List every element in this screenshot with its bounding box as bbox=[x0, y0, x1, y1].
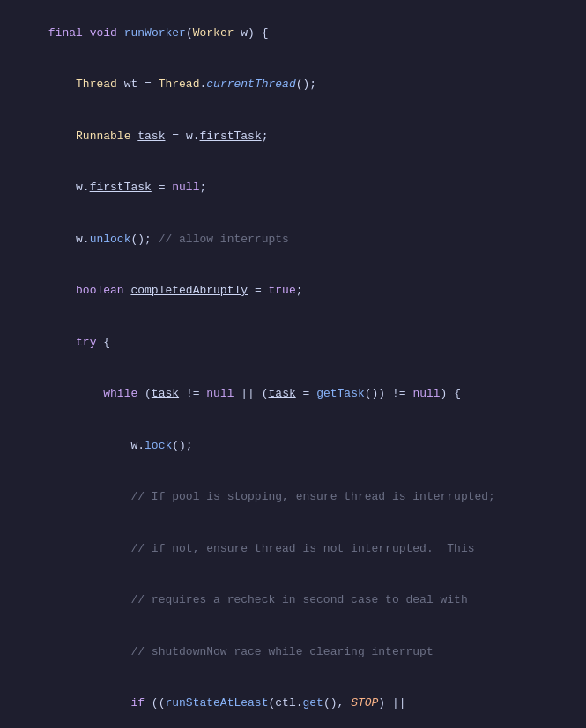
code-line-3: Runnable task = w.firstTask; bbox=[0, 110, 586, 162]
code-line-13: // shutdownNow race while clearing inter… bbox=[0, 626, 586, 678]
code-line-11: // if not, ensure thread is not interrup… bbox=[0, 523, 586, 575]
code-line-2: Thread wt = Thread.currentThread(); bbox=[0, 59, 586, 111]
code-line-8: while (task != null || (task = getTask()… bbox=[0, 368, 586, 420]
code-line-6: boolean completedAbruptly = true; bbox=[0, 265, 586, 317]
code-line-12: // requires a recheck in second case to … bbox=[0, 575, 586, 627]
code-line-9: w.lock(); bbox=[0, 420, 586, 472]
code-editor: final void runWorker(Worker w) { Thread … bbox=[0, 0, 586, 728]
code-line-4: w.firstTask = null; bbox=[0, 162, 586, 214]
code-line-14: if ((runStateAtLeast(ctl.get(), STOP) || bbox=[0, 678, 586, 729]
code-line-5: w.unlock(); // allow interrupts bbox=[0, 213, 586, 265]
code-line-7: try { bbox=[0, 316, 586, 368]
code-line-1: final void runWorker(Worker w) { bbox=[0, 7, 586, 59]
code-line-10: // If pool is stopping, ensure thread is… bbox=[0, 472, 586, 524]
